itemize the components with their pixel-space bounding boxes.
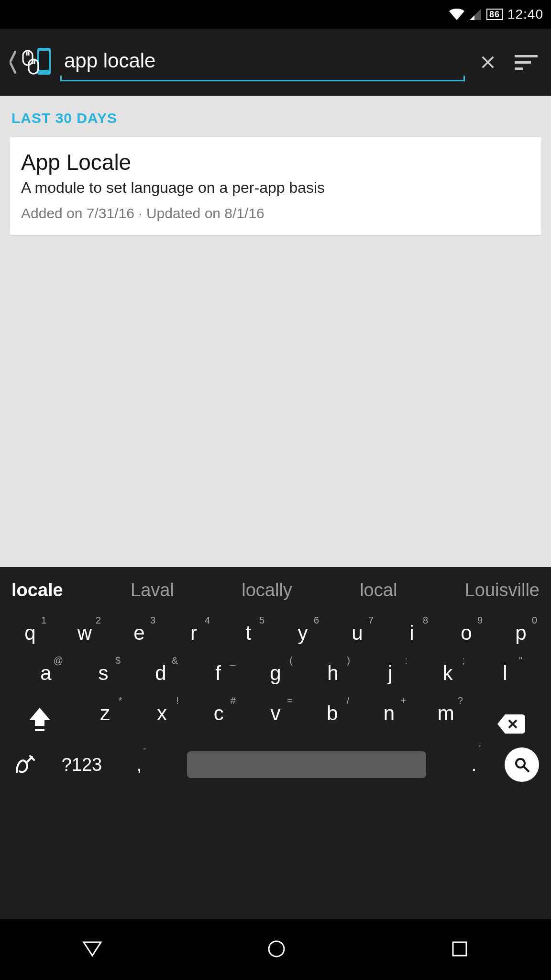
nav-home-button[interactable]	[266, 938, 287, 961]
key-n[interactable]: +n	[361, 693, 418, 734]
svg-rect-2	[515, 55, 538, 57]
app-bar	[0, 29, 551, 96]
key-r[interactable]: 4r	[166, 613, 221, 653]
svg-rect-1	[39, 51, 49, 70]
suggestion[interactable]: local	[360, 580, 397, 601]
search-action-key[interactable]	[496, 747, 548, 782]
nav-recents-button[interactable]	[450, 939, 469, 960]
suggestion[interactable]: Louisville	[465, 580, 540, 601]
xposed-app-icon	[18, 46, 53, 78]
key-j[interactable]: :j	[362, 653, 419, 693]
suggestion[interactable]: Laval	[131, 580, 174, 601]
key-x[interactable]: !x	[133, 693, 190, 734]
wifi-icon	[449, 9, 464, 20]
battery-icon: 86	[486, 9, 503, 20]
key-e[interactable]: 3e	[112, 613, 166, 653]
section-header: LAST 30 DAYS	[11, 110, 541, 126]
sort-button[interactable]	[511, 47, 541, 78]
result-description: A module to set language on a per-app ba…	[21, 179, 530, 197]
key-c[interactable]: #c	[190, 693, 247, 734]
back-button[interactable]	[10, 46, 53, 78]
suggestion[interactable]: locally	[242, 580, 292, 601]
search-field-wrap	[60, 43, 465, 81]
key-o[interactable]: 9o	[439, 613, 494, 653]
svg-rect-9	[453, 942, 466, 956]
result-meta: Added on 7/31/16 · Updated on 8/1/16	[21, 205, 530, 222]
svg-line-7	[524, 767, 529, 771]
suggestion-bar: locale Laval locally local Louisville	[0, 567, 551, 613]
svg-rect-5	[35, 729, 44, 731]
key-k[interactable]: ;k	[419, 653, 476, 693]
key-l[interactable]: "l	[476, 653, 534, 693]
key-i[interactable]: 8i	[385, 613, 439, 653]
key-y[interactable]: 6y	[276, 613, 330, 653]
status-time: 12:40	[507, 7, 543, 22]
search-underline	[60, 80, 465, 81]
key-p[interactable]: 0p	[494, 613, 548, 653]
input-method-key[interactable]	[3, 753, 46, 776]
key-w[interactable]: 2w	[57, 613, 112, 653]
key-d[interactable]: &d	[132, 653, 189, 693]
suggestion[interactable]: locale	[11, 580, 63, 601]
key-u[interactable]: 7u	[330, 613, 385, 653]
svg-rect-3	[515, 61, 531, 64]
svg-point-8	[269, 941, 284, 957]
key-f[interactable]: _f	[189, 653, 247, 693]
backspace-key[interactable]	[474, 714, 548, 734]
key-t[interactable]: 5t	[221, 613, 276, 653]
nav-back-button[interactable]	[82, 938, 103, 961]
result-title: App Locale	[21, 149, 530, 175]
svg-rect-4	[515, 67, 523, 70]
key-h[interactable]: )h	[304, 653, 362, 693]
key-m[interactable]: ?m	[418, 693, 474, 734]
cell-signal-icon	[469, 9, 482, 20]
system-navigation-bar	[0, 919, 551, 980]
key-z[interactable]: *z	[77, 693, 133, 734]
symbols-mode-key[interactable]: ?123	[46, 755, 118, 775]
soft-keyboard: locale Laval locally local Louisville 1q…	[0, 567, 551, 919]
result-card[interactable]: App Locale A module to set language on a…	[10, 137, 541, 235]
search-input[interactable]	[60, 47, 465, 77]
shift-key[interactable]	[3, 707, 77, 734]
status-bar: 86 12:40	[0, 0, 551, 29]
key-b[interactable]: /b	[304, 693, 361, 734]
comma-key[interactable]: - ,	[118, 746, 161, 784]
key-s[interactable]: $s	[75, 653, 132, 693]
results-area: LAST 30 DAYS App Locale A module to set …	[0, 96, 551, 567]
key-v[interactable]: =v	[247, 693, 304, 734]
key-g[interactable]: (g	[247, 653, 304, 693]
key-a[interactable]: @a	[17, 653, 75, 693]
clear-search-button[interactable]	[473, 47, 503, 78]
key-q[interactable]: 1q	[3, 613, 57, 653]
space-key[interactable]	[161, 751, 452, 778]
period-key[interactable]: ' .	[452, 746, 496, 784]
